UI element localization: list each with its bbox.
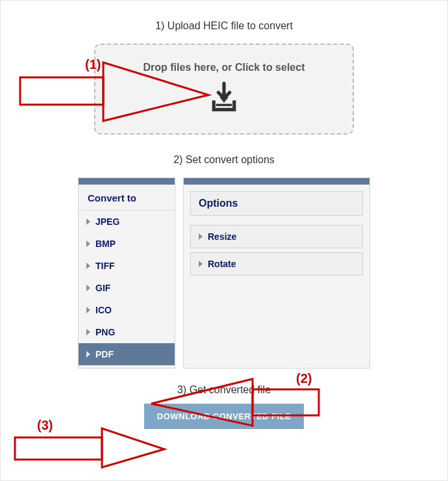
format-item-label: GIF xyxy=(95,283,110,293)
svg-rect-0 xyxy=(216,104,232,107)
download-tray-icon xyxy=(108,80,340,119)
panel-top-bar xyxy=(79,178,175,185)
option-list: ResizeRotate xyxy=(190,225,363,276)
triangle-right-icon xyxy=(86,329,90,335)
format-item-label: BMP xyxy=(95,239,116,249)
step2-title: 2) Set convert options xyxy=(1,154,447,166)
format-item-png[interactable]: PNG xyxy=(79,321,175,343)
options-header: Options xyxy=(190,191,363,216)
format-item-label: PDF xyxy=(95,349,114,359)
format-item-gif[interactable]: GIF xyxy=(79,277,175,299)
dropzone-text: Drop files here, or Click to select xyxy=(108,62,340,73)
download-button[interactable]: DOWNLOAD CONVERTED FILE xyxy=(144,404,305,429)
svg-rect-1 xyxy=(20,77,103,105)
triangle-right-icon xyxy=(199,261,203,267)
options-panel-wrap: Convert to JPEGBMPTIFFGIFICOPNGPDF Optio… xyxy=(78,177,370,369)
option-item-label: Rotate xyxy=(208,259,236,269)
triangle-right-icon xyxy=(86,240,90,247)
triangle-right-icon xyxy=(199,233,203,240)
step1-title: 1) Upload HEIC file to convert xyxy=(1,20,447,32)
format-item-label: TIFF xyxy=(95,261,115,271)
format-item-pdf[interactable]: PDF xyxy=(79,343,175,365)
format-item-ico[interactable]: ICO xyxy=(79,299,175,321)
panel-top-bar xyxy=(184,178,369,185)
triangle-right-icon xyxy=(86,263,90,269)
format-item-tiff[interactable]: TIFF xyxy=(79,255,175,277)
option-item-rotate[interactable]: Rotate xyxy=(190,252,363,276)
svg-rect-5 xyxy=(15,437,102,460)
step3-title: 3) Get converted file xyxy=(1,384,447,396)
format-item-label: ICO xyxy=(95,305,112,315)
option-item-resize[interactable]: Resize xyxy=(190,225,363,248)
format-item-jpeg[interactable]: JPEG xyxy=(79,211,175,233)
annotation-label-3: (3) xyxy=(37,418,53,432)
upload-dropzone[interactable]: Drop files here, or Click to select xyxy=(94,44,354,135)
convert-to-header: Convert to xyxy=(79,185,175,211)
options-panel: Options ResizeRotate xyxy=(183,177,370,369)
format-item-label: PNG xyxy=(95,327,115,337)
triangle-right-icon xyxy=(86,285,90,291)
format-item-label: JPEG xyxy=(95,216,119,227)
format-item-bmp[interactable]: BMP xyxy=(79,233,175,255)
triangle-right-icon xyxy=(86,307,90,313)
triangle-right-icon xyxy=(86,218,90,225)
format-list: JPEGBMPTIFFGIFICOPNGPDF xyxy=(79,211,175,368)
annotation-label-2: (2) xyxy=(296,371,312,385)
convert-to-panel: Convert to JPEGBMPTIFFGIFICOPNGPDF xyxy=(78,177,175,369)
svg-marker-6 xyxy=(102,428,164,467)
option-item-label: Resize xyxy=(208,231,236,242)
triangle-right-icon xyxy=(86,351,90,358)
